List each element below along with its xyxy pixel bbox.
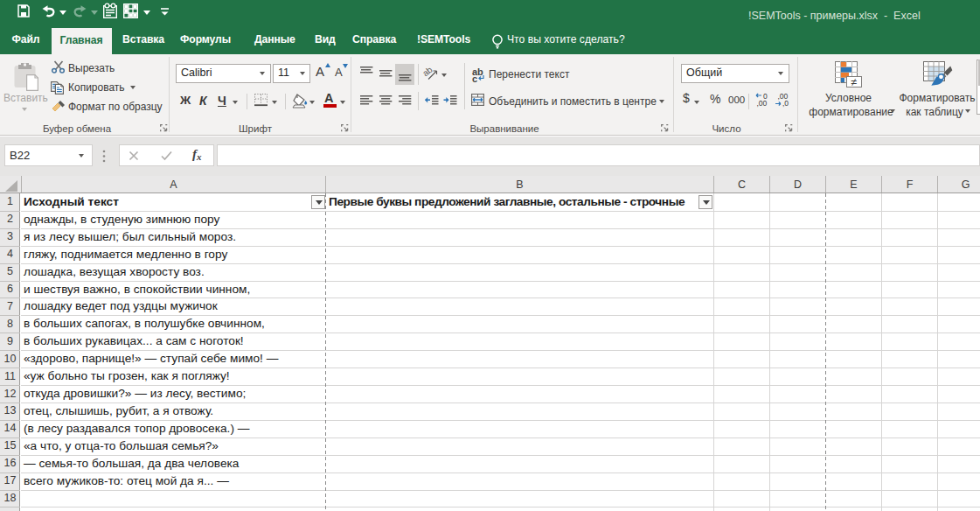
svg-text:,0: ,0 bbox=[782, 99, 789, 108]
svg-text:,00: ,00 bbox=[757, 99, 768, 108]
svg-text:ab: ab bbox=[420, 65, 434, 79]
